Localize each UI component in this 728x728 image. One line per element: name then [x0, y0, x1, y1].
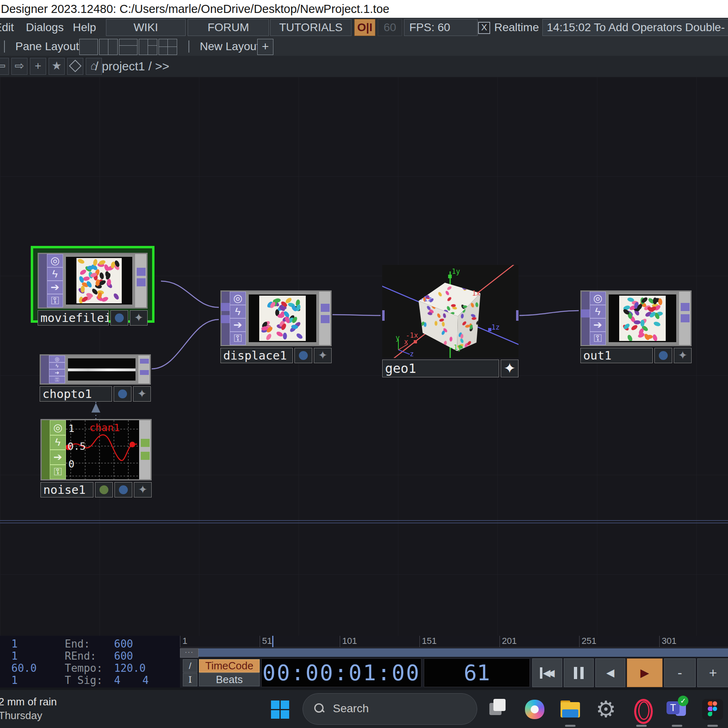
node-thumbnail[interactable] [246, 292, 319, 345]
node-chopto1[interactable]: ◎ ϟ ➔ ⚿ chopto1 ✦ [40, 354, 151, 396]
bookmark-star-icon[interactable]: ★ [49, 58, 65, 75]
output-connector[interactable] [681, 303, 690, 311]
node-displace1[interactable]: ◎ ϟ ➔ ⚿ displace1 ✦ [220, 290, 332, 351]
step-forward-button[interactable]: + [697, 658, 728, 687]
task-view-icon[interactable] [489, 699, 510, 720]
layout-single-icon[interactable] [79, 39, 98, 55]
tsig-numerator[interactable]: 4 [114, 675, 121, 686]
node-out1[interactable]: ◎ ϟ ➔ ⚿ out1 ✦ [580, 290, 692, 351]
output-connector[interactable] [137, 278, 146, 286]
forward-icon[interactable]: ⇨ [11, 58, 28, 75]
figma-icon[interactable] [702, 699, 723, 720]
realtime-checkbox[interactable]: X [478, 22, 490, 34]
file-explorer-icon[interactable] [560, 699, 581, 720]
menu-help[interactable]: Help [73, 18, 96, 37]
fps-box[interactable]: FPS: 60 [404, 19, 478, 36]
star-badge[interactable]: ✦ [130, 310, 148, 326]
viewer-icon[interactable]: ◎ [590, 292, 606, 305]
bypass-icon[interactable]: ϟ [230, 305, 246, 318]
lock-icon[interactable]: ⚿ [590, 332, 606, 345]
geo-3d-viewport[interactable]: 1y -1y 1x -1x 1z -1z y x z [382, 265, 518, 358]
star-badge[interactable]: ✦ [314, 348, 332, 363]
bypass-icon[interactable]: ϟ [50, 435, 66, 450]
tsig-left-value[interactable]: 1 [11, 675, 18, 686]
output-connector[interactable] [321, 315, 330, 323]
add-pane-icon[interactable]: + [30, 58, 46, 75]
export-arrow-icon[interactable]: ➔ [49, 369, 65, 376]
settings-gear-icon[interactable]: ⚙ [595, 699, 616, 720]
node-name[interactable]: moviefilein1 [38, 310, 109, 326]
layout-three-pane-icon[interactable] [139, 39, 157, 55]
start-button[interactable] [271, 700, 290, 719]
teams-icon[interactable]: T ✓ [667, 699, 688, 720]
timeline-scrollbar[interactable]: ··· [180, 648, 728, 658]
viewer-icon[interactable]: ◎ [49, 356, 65, 362]
display-badge[interactable] [654, 348, 672, 363]
output-connector[interactable] [137, 268, 146, 276]
lock-icon[interactable]: ⚿ [47, 294, 63, 307]
lock-icon[interactable]: ⚿ [230, 332, 246, 345]
start-value[interactable]: 1 [11, 638, 18, 650]
new-layout-label[interactable]: New Layout [200, 37, 260, 56]
back-icon[interactable]: ⇦ [0, 58, 9, 75]
beats-mode-button[interactable]: Beats [199, 673, 260, 686]
node-name[interactable]: noise1 [40, 482, 93, 497]
input-connector[interactable] [221, 315, 230, 323]
search-input[interactable]: Search [303, 693, 477, 725]
node-name[interactable]: out1 [580, 348, 653, 363]
viewer-icon[interactable]: ◎ [50, 420, 66, 435]
end-value[interactable]: 600 [114, 638, 133, 650]
output-connector[interactable] [141, 439, 150, 447]
playhead[interactable] [272, 636, 273, 647]
star-badge[interactable]: ✦ [501, 360, 518, 377]
tutorials-button[interactable]: TUTORIALS [270, 19, 351, 36]
layout-two-horizontal-icon[interactable] [119, 39, 138, 55]
node-name[interactable]: displace1 [220, 348, 293, 363]
output-connector[interactable] [681, 314, 690, 322]
node-thumbnail[interactable] [63, 254, 135, 307]
absolute-frame-button[interactable]: / [183, 659, 197, 673]
play-forward-button[interactable]: ▶ [627, 658, 662, 687]
lock-icon[interactable]: ⚿ [49, 376, 65, 383]
layout-two-vertical-icon[interactable] [99, 39, 118, 55]
export-arrow-icon[interactable]: ➔ [50, 450, 66, 465]
star-badge[interactable]: ✦ [133, 386, 151, 402]
display-badge[interactable] [114, 386, 131, 402]
output-connector[interactable] [516, 310, 518, 321]
export-arrow-icon[interactable]: ➔ [230, 318, 246, 332]
input-connector[interactable] [581, 309, 590, 317]
forum-button[interactable]: FORUM [188, 19, 269, 36]
node-thumbnail[interactable] [65, 356, 138, 383]
display-badge[interactable] [110, 310, 128, 326]
menu-dialogs[interactable]: Dialogs [26, 18, 63, 37]
node-name[interactable]: geo1 [382, 360, 499, 377]
timecode-mode-button[interactable]: TimeCode [199, 659, 260, 673]
scrollbar-handle[interactable]: ··· [180, 648, 199, 658]
weather-widget[interactable]: 2 mm of rain Thursday [0, 695, 57, 722]
viewer-icon[interactable]: ◎ [230, 292, 246, 305]
bypass-icon[interactable]: ϟ [49, 362, 65, 369]
node-moviefilein1[interactable]: ◎ ϟ ➔ ⚿ moviefilein1 ✦ [38, 253, 148, 316]
viewer-icon[interactable]: ◎ [47, 254, 63, 267]
rate-box[interactable]: 60 [378, 19, 402, 36]
node-noise1[interactable]: ◎ ϟ ➔ ⚿ 1 [40, 419, 152, 497]
wiki-button[interactable]: WIKI [106, 19, 186, 36]
scrollbar-track[interactable] [199, 648, 728, 657]
menu-edit[interactable]: Edit [0, 18, 14, 37]
frame-ruler[interactable]: 1 51 101 151 201 251 301 [180, 636, 728, 648]
output-connector[interactable] [321, 304, 330, 312]
independent-button[interactable]: I [183, 673, 197, 686]
output-connector[interactable] [140, 370, 149, 375]
rstart-value[interactable]: 1 [11, 650, 18, 662]
lock-icon[interactable]: ⚿ [50, 465, 66, 480]
node-thumbnail[interactable] [606, 292, 679, 345]
export-arrow-icon[interactable]: ➔ [47, 281, 63, 294]
tempo-value[interactable]: 120.0 [114, 662, 146, 674]
search-icon[interactable] [67, 58, 83, 75]
star-badge[interactable]: ✦ [134, 482, 152, 497]
play-backward-button[interactable]: ◀ [595, 658, 625, 687]
step-back-button[interactable]: - [664, 658, 696, 687]
copilot-icon[interactable] [524, 699, 545, 720]
node-chop-graph[interactable]: 1 0.5 0 chan1 [66, 420, 139, 479]
input-connector[interactable] [221, 303, 230, 311]
